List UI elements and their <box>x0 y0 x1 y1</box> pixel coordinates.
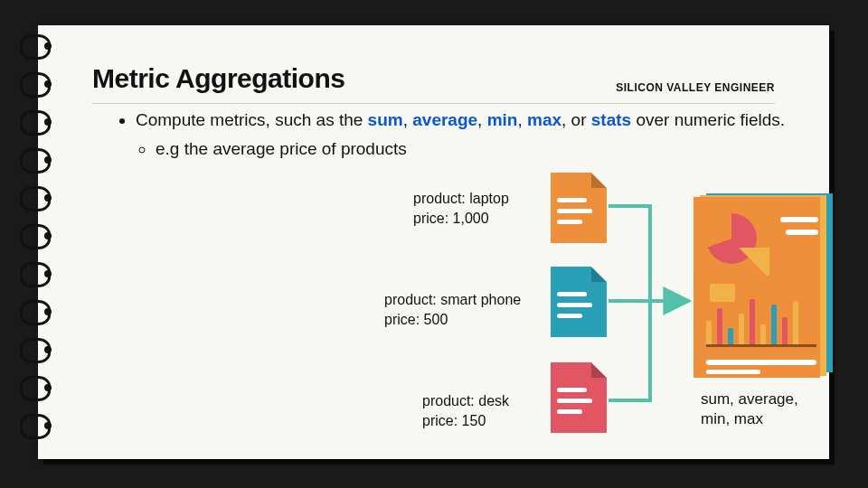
keyword-average: average <box>412 110 477 129</box>
slide-page: Metric Aggregations SILICON VALLEY ENGIN… <box>38 25 829 459</box>
bullet-text-pre: Compute metrics, such as the <box>136 110 368 129</box>
keyword-sum: sum <box>368 110 403 129</box>
diagram: product: laptop price: 1,000 product: sm… <box>332 156 838 455</box>
document-icon <box>551 267 607 337</box>
keyword-min: min <box>487 110 518 129</box>
keyword-stats: stats <box>591 110 631 129</box>
document-label: product: desk price: 150 <box>422 391 509 430</box>
report-icon <box>693 197 829 378</box>
page-title: Metric Aggregations <box>92 63 344 94</box>
document-label: product: laptop price: 1,000 <box>413 189 509 228</box>
slide-header: Metric Aggregations SILICON VALLEY ENGIN… <box>92 63 775 104</box>
document-icon <box>551 173 607 243</box>
document-label: product: smart phone price: 500 <box>384 290 521 329</box>
keyword-max: max <box>527 110 561 129</box>
brand-label: SILICON VALLEY ENGINEER <box>616 81 775 94</box>
slide-body: Compute metrics, such as the sum, averag… <box>119 108 793 160</box>
spiral-binding <box>20 34 56 450</box>
bullet-main: Compute metrics, such as the sum, averag… <box>136 108 793 160</box>
document-icon <box>551 362 607 433</box>
report-caption: sum, average,min, max <box>701 389 798 429</box>
bullet-text-post: over numeric fields. <box>631 110 785 129</box>
